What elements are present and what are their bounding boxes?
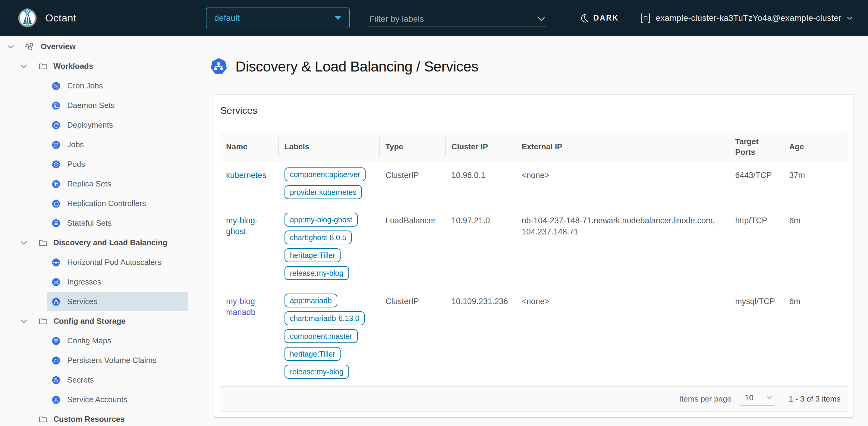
sidebar-item-label: Deployments	[67, 120, 113, 130]
filter-chevron-down-icon[interactable]	[538, 17, 545, 22]
rc-icon	[52, 199, 61, 208]
sidebar-item-replication-controllers[interactable]: Replication Controllers	[47, 194, 188, 213]
sidebar-item-discovery-and-load-balancing[interactable]: Discovery and Load Balancing	[0, 233, 188, 253]
sidebar-item-label: Workloads	[53, 61, 93, 71]
cluster-ip-cell: 10.109.231.236	[452, 297, 508, 306]
sidebar-item-ingresses[interactable]: Ingresses	[47, 272, 188, 292]
sidebar-item-secrets[interactable]: Secrets	[47, 370, 188, 390]
target-ports-cell: 6443/TCP	[735, 171, 772, 180]
age-cell: 6m	[789, 216, 801, 225]
external-ip-cell: nb-104-237-148-71.newark.nodebalancer.li…	[522, 216, 715, 236]
label-tag[interactable]: heritage:Tiller	[284, 248, 341, 262]
table-row: my-blog-ghostapp:my-blog-ghostchart:ghos…	[220, 207, 848, 288]
type-cell: ClusterIP	[385, 297, 419, 306]
label-filter-input[interactable]	[367, 14, 538, 24]
cluster-context-selector[interactable]: example-cluster-ka3TuTzYo4a@example-clus…	[641, 0, 852, 36]
sidebar-item-label: Pods	[67, 160, 85, 169]
sidebar-item-cron-jobs[interactable]: Cron Jobs	[47, 76, 188, 96]
service-icon	[52, 297, 61, 306]
sidebar-item-service-accounts[interactable]: Service Accounts	[47, 390, 188, 409]
type-cell: LoadBalancer	[385, 216, 436, 225]
sidebar-item-label: Replication Controllers	[67, 199, 146, 208]
context-chevron-down-icon	[847, 16, 852, 20]
label-tag[interactable]: component:master	[284, 329, 358, 343]
sidebar-item-label: Custom Resources	[53, 415, 125, 424]
cluster-context-label: example-cluster-ka3TuTzYo4a@example-clus…	[655, 13, 841, 23]
sidebar-item-replica-sets[interactable]: Replica Sets	[47, 174, 188, 194]
items-per-page-value: 10	[745, 393, 753, 402]
age-cell: 6m	[789, 297, 801, 306]
replicaset-icon	[52, 179, 61, 189]
sidebar-item-jobs[interactable]: Jobs	[47, 135, 188, 154]
cluster-ip-cell: 10.97.21.0	[452, 216, 490, 225]
sidebar-item-label: Ingresses	[67, 277, 101, 287]
sidebar-item-label: Overview	[41, 42, 76, 51]
ingress-icon	[52, 278, 61, 287]
pagination-range-label: 1 - 3 of 3 items	[789, 394, 841, 404]
sidebar-item-daemon-sets[interactable]: Daemon Sets	[47, 96, 188, 115]
folder-icon	[39, 62, 47, 70]
sidebar-item-workloads[interactable]: Workloads	[0, 56, 188, 76]
folder-icon	[39, 317, 47, 325]
label-tag-list: component:apiserverprovider:kubernetes	[284, 167, 373, 199]
service-name-link[interactable]: my-blog-ghost	[226, 215, 273, 237]
service-name-link[interactable]: kubernetes	[226, 170, 267, 181]
folder-icon	[39, 239, 47, 247]
label-tag[interactable]: app:mariadb	[284, 293, 337, 307]
sidebar-item-label: Persistent Volume Claims	[67, 356, 156, 365]
items-per-page-chevron-down-icon	[767, 396, 772, 399]
sidebar-item-label: Replica Sets	[67, 179, 111, 189]
dark-theme-toggle[interactable]: DARK	[579, 0, 619, 36]
sidebar-item-stateful-sets[interactable]: Stateful Sets	[47, 213, 188, 233]
sidebar-item-custom-resources[interactable]: Custom Resources	[0, 409, 188, 426]
label-tag[interactable]: provider:kubernetes	[284, 185, 362, 199]
table-row: my-blog-mariadbapp:mariadbchart:mariadb-…	[220, 288, 848, 387]
service-icon	[210, 58, 227, 75]
sidebar-item-horizontal-pod-autoscalers[interactable]: Horizontal Pod Autoscalers	[47, 253, 188, 272]
sidebar-item-deployments[interactable]: Deployments	[47, 115, 188, 135]
sidebar-item-label: Secrets	[67, 375, 94, 385]
age-cell: 37m	[789, 171, 805, 180]
chevron-down-icon	[21, 241, 27, 245]
label-tag[interactable]: release:my-blog	[284, 365, 349, 379]
target-ports-cell: http/TCP	[735, 216, 767, 225]
label-tag[interactable]: chart:mariadb-6.13.0	[284, 311, 365, 325]
sidebar-item-pods[interactable]: Pods	[47, 154, 188, 174]
sidebar-nav: OverviewWorkloadsCron JobsDaemon SetsDep…	[0, 36, 188, 426]
target-ports-cell: mysql/TCP	[735, 297, 775, 306]
column-header-labels: Labels	[278, 132, 379, 162]
label-tag[interactable]: component:apiserver	[284, 167, 366, 181]
label-tag[interactable]: app:my-blog-ghost	[284, 213, 358, 227]
service-name-link[interactable]: my-blog-mariadb	[226, 296, 273, 318]
app-title: Octant	[45, 12, 76, 24]
hpa-icon	[52, 258, 61, 267]
job-icon	[52, 140, 61, 149]
namespace-dropdown-value: default	[214, 13, 240, 23]
sidebar-item-persistent-volume-claims[interactable]: Persistent Volume Claims	[47, 350, 188, 370]
column-header-target-ports: Target Ports	[729, 132, 783, 162]
label-tag[interactable]: release:my-blog	[284, 266, 349, 280]
page-title-block: Discovery & Load Balancing / Services	[210, 58, 868, 75]
services-table: NameLabelsTypeCluster IPExternal IPTarge…	[220, 132, 848, 411]
label-tag[interactable]: chart:ghost-8.0.5	[284, 230, 352, 245]
sidebar-item-config-and-storage[interactable]: Config and Storage	[0, 311, 188, 331]
table-header-row: NameLabelsTypeCluster IPExternal IPTarge…	[220, 132, 848, 162]
sidebar-item-overview[interactable]: Overview	[0, 37, 188, 56]
dark-theme-label: DARK	[593, 13, 619, 22]
type-cell: ClusterIP	[385, 171, 419, 180]
chevron-down-icon	[7, 45, 14, 49]
sidebar-item-label: Config Maps	[67, 336, 111, 345]
card-title: Services	[220, 105, 848, 116]
sidebar-item-config-maps[interactable]: Config Maps	[47, 331, 188, 350]
app-brand: Octant	[18, 0, 76, 36]
pod-icon	[52, 160, 61, 169]
sidebar-item-label: Stateful Sets	[67, 219, 112, 228]
label-tag[interactable]: heritage:Tiller	[284, 347, 341, 361]
items-per-page-select[interactable]: 10	[741, 393, 774, 405]
configmap-icon	[52, 336, 61, 345]
sidebar-item-label: Jobs	[67, 140, 84, 149]
namespace-dropdown[interactable]: default	[206, 7, 350, 28]
label-tag-list: app:mariadbchart:mariadb-6.13.0component…	[284, 293, 373, 379]
items-per-page-label: Items per page	[679, 394, 732, 404]
sidebar-item-services[interactable]: Services	[47, 292, 188, 311]
